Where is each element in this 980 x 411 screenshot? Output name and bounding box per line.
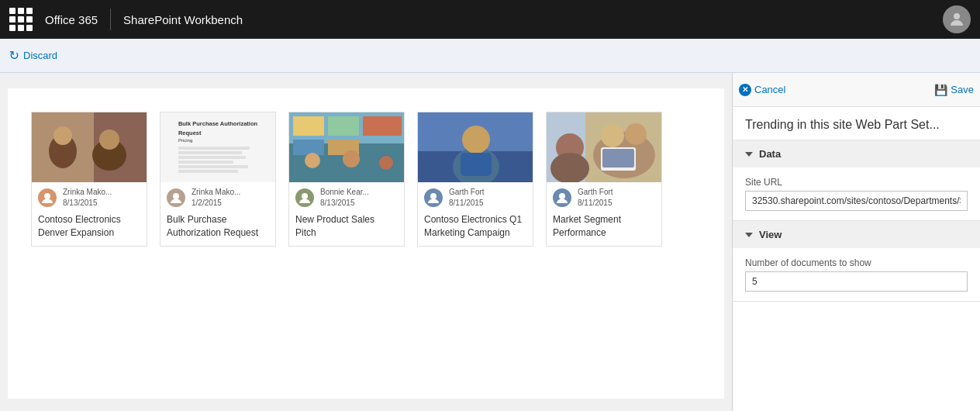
doc-card-3-author: Bonnie Kear...: [320, 187, 369, 198]
workbench-title: SharePoint Workbench: [123, 13, 243, 26]
svg-point-8: [44, 193, 50, 199]
doc-card-2-date: 1/2/2015: [192, 198, 240, 209]
svg-rect-25: [461, 153, 492, 176]
doc-card-3[interactable]: Bonnie Kear... 8/13/2015 New Product Sal…: [288, 112, 405, 247]
svg-point-24: [462, 126, 490, 154]
svg-rect-12: [293, 116, 324, 136]
save-icon: 💾: [934, 84, 947, 96]
doc-card-5-date: 8/11/2015: [578, 198, 613, 209]
doc-card-5-meta: Garth Fort 8/11/2015: [547, 182, 661, 210]
waffle-menu[interactable]: [9, 8, 33, 31]
doc-card-4-image: [418, 112, 533, 182]
svg-point-31: [625, 123, 647, 145]
svg-point-36: [559, 193, 565, 199]
doc-card-3-image: [289, 112, 404, 182]
doc-card-1-avatar: [36, 187, 58, 209]
doc-card-5-author: Garth Fort: [578, 187, 613, 198]
doc-card-1-author-date: Zrinka Mako... 8/13/2015: [63, 187, 112, 209]
topbar-divider: [110, 9, 111, 30]
doc-card-1-title: Contoso Electronics Denver Expansion: [32, 210, 147, 246]
doc-card-1-image: [32, 112, 147, 182]
doc-card-3-title: New Product Sales Pitch: [289, 210, 404, 246]
data-section: Data Site URL: [733, 140, 980, 221]
doc-card-2-title: Bulk Purchase Authorization Request: [160, 210, 275, 246]
site-url-input[interactable]: [745, 191, 968, 211]
doc-card-5-image: [547, 112, 661, 182]
doc-card-2-avatar: [165, 187, 187, 209]
doc-card-3-meta: Bonnie Kear... 8/13/2015: [289, 182, 404, 210]
svg-point-20: [302, 193, 308, 199]
doc-card-4[interactable]: Garth Fort 8/11/2015 Contoso Electronics…: [417, 112, 533, 247]
svg-rect-15: [293, 140, 324, 155]
data-section-label: Data: [759, 148, 781, 160]
doc-card-4-date: 8/11/2015: [449, 198, 485, 209]
svg-point-19: [379, 156, 393, 170]
svg-rect-33: [602, 149, 634, 168]
svg-point-5: [53, 126, 72, 145]
panel-title: Trending in this site Web Part Set...: [733, 107, 980, 140]
svg-point-17: [305, 153, 320, 168]
doc-card-1-meta: Zrinka Mako... 8/13/2015: [32, 182, 147, 210]
doc-card-2-meta: Zrinka Mako... 1/2/2015: [160, 182, 275, 210]
doc-card-4-title: Contoso Electronics Q1 Marketing Campaig…: [418, 210, 533, 246]
right-panel-toolbar: ✕ Cancel 💾 Save: [733, 73, 980, 107]
view-section-header[interactable]: View: [733, 221, 980, 248]
user-avatar[interactable]: [943, 5, 971, 33]
svg-rect-14: [363, 116, 402, 136]
doc-card-4-author: Garth Fort: [449, 187, 485, 198]
discard-icon: ↺: [9, 48, 19, 63]
cancel-icon: ✕: [739, 84, 751, 96]
site-url-label: Site URL: [745, 177, 968, 188]
doc-card-5-author-date: Garth Fort 8/11/2015: [578, 187, 613, 209]
app-title: Office 365: [45, 13, 98, 26]
view-section: View Number of documents to show: [733, 221, 980, 302]
discard-button[interactable]: ↺ Discard: [9, 48, 57, 63]
doc-card-3-avatar: [294, 187, 316, 209]
doc-card-2-image: Bulk Purchase Authorization Request Pric…: [160, 112, 275, 182]
doc-card-3-date: 8/13/2015: [320, 198, 369, 209]
discard-label: Discard: [23, 50, 57, 61]
svg-point-9: [173, 193, 179, 199]
doc-card-3-author-date: Bonnie Kear... 8/13/2015: [320, 187, 369, 209]
main-layout: Zrinka Mako... 8/13/2015 Contoso Electro…: [0, 73, 980, 411]
doc-card-2[interactable]: Bulk Purchase Authorization Request Pric…: [160, 112, 276, 247]
data-section-header[interactable]: Data: [733, 140, 980, 168]
svg-point-26: [430, 193, 437, 199]
document-cards: Zrinka Mako... 8/13/2015 Contoso Electro…: [31, 104, 701, 247]
svg-point-7: [99, 130, 119, 150]
save-label: Save: [951, 84, 974, 95]
svg-point-18: [343, 150, 360, 168]
doc-card-1-author: Zrinka Mako...: [63, 187, 112, 198]
right-panel: ✕ Cancel 💾 Save Trending in this site We…: [732, 73, 980, 411]
doc-card-4-meta: Garth Fort 8/11/2015: [418, 182, 533, 210]
doc-card-5-title: Market Segment Performance: [547, 210, 661, 246]
view-section-chevron: [745, 233, 753, 237]
doc-card-2-author-date: Zrinka Mako... 1/2/2015: [192, 187, 240, 209]
view-section-label: View: [759, 229, 782, 240]
doc-card-1-date: 8/13/2015: [63, 198, 112, 209]
doc-card-2-author: Zrinka Mako...: [192, 187, 240, 198]
doc-count-label: Number of documents to show: [745, 257, 968, 268]
doc-card-4-author-date: Garth Fort 8/11/2015: [449, 187, 485, 209]
svg-rect-13: [328, 116, 359, 136]
doc-card-5[interactable]: Garth Fort 8/11/2015 Market Segment Perf…: [546, 112, 662, 247]
topbar: Office 365 SharePoint Workbench: [0, 0, 980, 39]
doc-card-1[interactable]: Zrinka Mako... 8/13/2015 Contoso Electro…: [31, 112, 147, 247]
save-button[interactable]: 💾 Save: [934, 84, 974, 96]
cancel-button[interactable]: ✕ Cancel: [739, 84, 785, 96]
doc-count-input[interactable]: [745, 271, 968, 292]
doc-card-5-avatar: [551, 187, 573, 209]
content-area: Zrinka Mako... 8/13/2015 Contoso Electro…: [0, 73, 732, 411]
svg-point-30: [601, 124, 624, 147]
svg-point-0: [954, 13, 960, 19]
view-section-content: Number of documents to show: [733, 248, 980, 301]
doc-card-4-avatar: [423, 187, 444, 209]
data-section-content: Site URL: [733, 168, 980, 220]
doc-card-2-preview: Bulk Purchase Authorization Request Pric…: [175, 117, 261, 178]
content-inner: Zrinka Mako... 8/13/2015 Contoso Electro…: [8, 88, 724, 399]
data-section-chevron: [745, 152, 753, 157]
toolbar: ↺ Discard: [0, 39, 980, 73]
cancel-label: Cancel: [754, 84, 785, 95]
